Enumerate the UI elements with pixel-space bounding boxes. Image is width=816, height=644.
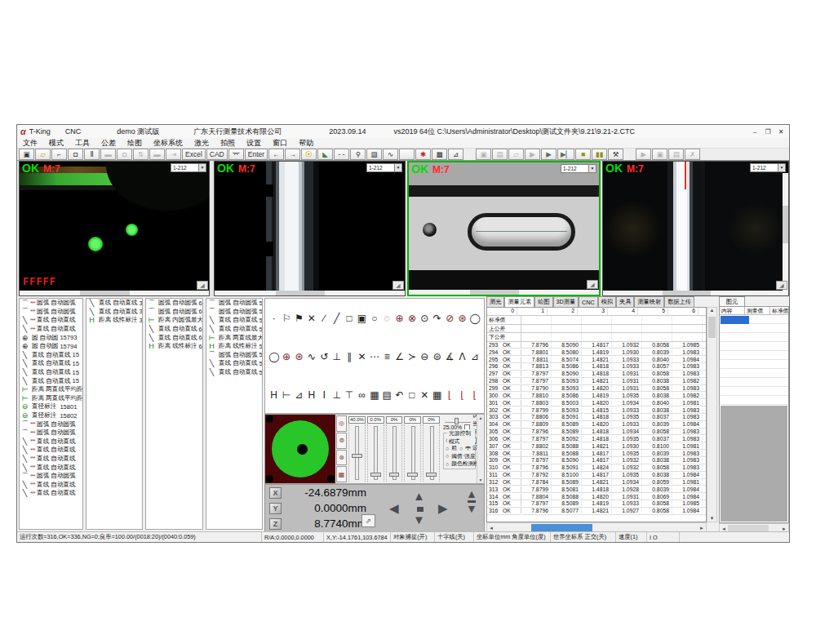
chevron-down-icon[interactable]: ▼ [778, 164, 785, 171]
toolbar-button[interactable]: ▣ [19, 149, 34, 160]
toolbar-button[interactable]: ▱ [35, 149, 51, 160]
feature-item[interactable]: H距离线性标注34 [86, 316, 142, 325]
camera3-hscrollbar[interactable] [409, 290, 599, 295]
toolbar-button[interactable]: - - [334, 149, 349, 160]
toolbar-button[interactable]: ← [268, 149, 284, 160]
feature-item[interactable]: ╲***直线自动直线 [20, 489, 82, 498]
radio-medium[interactable]: ○ [459, 446, 463, 451]
slider-thumb[interactable] [352, 454, 362, 458]
toolbar-button[interactable]: ▩ [432, 149, 447, 160]
result-row[interactable]: 314 OK 7.8804 8.5088 1.4820 1.0931 0.806… [487, 493, 706, 500]
palette-tool-icon[interactable]: ⊛ [293, 351, 305, 362]
slider-thumb[interactable] [407, 473, 418, 477]
light-mode-icon[interactable]: ⊚ [336, 433, 347, 449]
feature-item[interactable]: ⌒圆弧自动圆弧5 [206, 351, 262, 360]
palette-tool-icon[interactable]: ⊥ [330, 351, 343, 362]
toolbar-button[interactable]: ⚲ [350, 149, 366, 160]
result-row[interactable]: 309 OK 7.8797 8.5090 1.4817 1.0932 0.803… [487, 457, 706, 464]
grid-special-row[interactable]: 下公差 [487, 333, 706, 342]
result-row[interactable]: 300 OK 7.8810 8.5086 1.4819 1.0935 0.803… [487, 392, 706, 399]
close-button[interactable]: ✕ [774, 128, 787, 135]
feature-item[interactable]: H距离线性标注66 [146, 342, 202, 351]
toolbar-button[interactable]: Excel [182, 149, 206, 160]
results-vscrollbar[interactable]: ▲▼ [707, 307, 717, 522]
grid-special-row[interactable]: 上公差 [487, 325, 706, 334]
camera-view-4[interactable]: OK M:7 1-212 ▼ ◢ [602, 161, 789, 296]
camera3-range-dropdown[interactable]: 1-212 ▼ [561, 164, 596, 173]
data-tab[interactable]: 夹具 [616, 296, 634, 307]
diagonal-move-icon[interactable]: ⇗ [361, 514, 375, 527]
data-tab[interactable]: 测光 [486, 296, 504, 307]
feature-item[interactable]: ⊕圆自动圆15793 [20, 333, 82, 342]
toolbar-button[interactable]: Enter [245, 149, 268, 160]
feature-item[interactable]: ╲直线自动直线5 [206, 359, 262, 368]
jog-up-icon[interactable]: ▲ [413, 491, 425, 502]
palette-tool-icon[interactable]: ⊘ [443, 313, 455, 324]
result-row[interactable]: 312 OK 7.8784 8.5089 1.4821 1.0934 0.805… [487, 479, 706, 486]
toolbar-button[interactable]: ▶▏ [557, 149, 574, 160]
camera1-range-dropdown[interactable]: 1-212 ▼ [171, 163, 206, 172]
menu-item[interactable]: 绘图 [122, 138, 148, 149]
palette-tool-icon[interactable]: H [268, 389, 280, 401]
grid-column-header[interactable]: 5 [638, 308, 668, 315]
palette-tool-icon[interactable]: □ [406, 389, 418, 401]
feature-item[interactable]: ⌒***圆弧自动圆弧 [20, 299, 82, 308]
light-channel-slider[interactable]: 40.0% [348, 416, 366, 482]
feature-item[interactable]: ⌒***圆弧自动圆弧 [20, 420, 82, 429]
palette-tool-icon[interactable]: · [268, 313, 280, 324]
toolbar-button[interactable]: ▶ [525, 149, 540, 160]
feature-item[interactable]: ╲***直线自动直线 [20, 325, 82, 334]
result-row[interactable]: 306 OK 7.8797 8.5092 1.4818 1.0935 0.803… [487, 435, 706, 442]
toolbar-button[interactable]: ⦿ [301, 149, 317, 160]
toolbar-button[interactable]: ✗ [685, 149, 700, 160]
palette-tool-icon[interactable]: ∞ [356, 389, 368, 401]
toolbar-button[interactable]: ∿ [383, 149, 398, 160]
palette-tool-icon[interactable]: ╱ [330, 313, 343, 324]
toolbar-button[interactable]: ⇥ [166, 149, 181, 160]
grid-column-header[interactable]: 2 [548, 308, 578, 315]
toolbar-button[interactable]: → [285, 149, 300, 160]
toolbar-button[interactable]: ⇅ [133, 149, 149, 160]
palette-tool-icon[interactable]: ∠ [393, 351, 406, 362]
feature-item[interactable]: ⌒***圆弧自动圆弧 [20, 429, 82, 437]
grid-column-header[interactable]: 6 [668, 308, 698, 315]
feature-item[interactable]: ╲***直线自动直线 [20, 316, 82, 325]
feature-item[interactable]: ╲***直线自动直线 [20, 463, 82, 472]
radio-coarse[interactable]: ○ [446, 446, 449, 451]
toolbar-button[interactable]: ▶ [541, 149, 557, 160]
menu-item[interactable]: 拍照 [215, 138, 241, 149]
camera4-range-dropdown[interactable]: 1-212 ▼ [750, 163, 786, 172]
resize-handle-icon[interactable]: ◢ [392, 281, 404, 290]
grid-special-row[interactable]: 标准值 [487, 316, 706, 325]
light-channel-slider[interactable]: 0% [386, 416, 403, 482]
light-mode-icon[interactable]: ▦ [336, 466, 347, 482]
feature-item[interactable]: ╲直线自动直线15 [20, 368, 82, 377]
data-tab[interactable]: 测量映射 [634, 296, 664, 307]
toolbar-button[interactable]: ▱ [508, 149, 524, 160]
feature-item[interactable]: ⊢距离两直线平均距 [20, 394, 82, 403]
toolbar-button[interactable]: ⌤ [228, 149, 244, 160]
grid-column-header[interactable]: 0 [487, 308, 517, 315]
feature-item[interactable]: ╲直线自动直线5 [206, 368, 262, 377]
feature-item[interactable]: ╲直线自动直线5 [206, 316, 262, 325]
element-column-header[interactable]: 内容 [720, 307, 745, 314]
resize-handle-icon[interactable]: ◢ [587, 280, 598, 289]
palette-tool-icon[interactable]: ⊿ [293, 389, 305, 401]
feature-item[interactable]: ⊖直径标注15801 [20, 402, 82, 411]
radio-color-detect[interactable]: ○ [446, 461, 449, 467]
element-tab[interactable]: 图元 [719, 296, 745, 306]
chevron-down-icon[interactable]: ▼ [588, 165, 596, 172]
feature-item[interactable]: ╲直线自动直线3 [86, 308, 142, 317]
palette-tool-icon[interactable]: ⌊ [468, 389, 481, 401]
menu-item[interactable]: 坐标系统 [148, 138, 188, 149]
result-row[interactable]: 296 OK 7.8813 8.5086 1.4818 1.0933 0.805… [487, 363, 706, 371]
menu-item[interactable]: 工具 [69, 138, 95, 149]
zoom-slider[interactable] [445, 417, 471, 423]
toolbar-button[interactable]: ▤ [668, 149, 684, 160]
element-grid[interactable]: 内容测量值标准值 [719, 306, 789, 523]
toolbar-button[interactable]: ⊿ [448, 149, 463, 160]
light-mode-icon[interactable]: ⊛ [336, 450, 347, 466]
menu-item[interactable]: 公差 [95, 138, 122, 149]
palette-tool-icon[interactable]: ⊕ [393, 313, 406, 324]
palette-tool-icon[interactable]: ∡ [443, 351, 455, 362]
